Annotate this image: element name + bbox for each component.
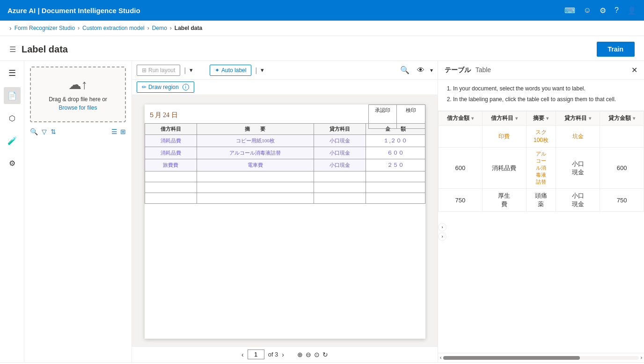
- doc-viewer: ⊞ Run layout | ▾ ✦ Auto label | ▾ 🔍 👁 ▾: [132, 61, 438, 362]
- cell-empty: [145, 171, 197, 182]
- cell-cs-3[interactable]: 小口現金: [556, 189, 600, 212]
- cell-amount-1[interactable]: １,２００: [366, 135, 425, 147]
- cell-desc-3[interactable]: 電車費: [197, 159, 314, 171]
- page-number-input[interactable]: [248, 349, 264, 359]
- label-table-row-1: 印費 スク100枚 坑金: [439, 126, 644, 148]
- draw-region-button[interactable]: ✏ Draw region i: [137, 82, 194, 93]
- auto-label-button[interactable]: ✦ Auto label: [210, 65, 251, 76]
- dropdown-arrow-2[interactable]: ▾: [261, 67, 264, 74]
- expand-nav-icon[interactable]: ›: [9, 24, 12, 32]
- cell-debit-1[interactable]: 消耗品費: [145, 135, 197, 147]
- cell-desc-2[interactable]: アルコール消毒液詰替: [197, 147, 314, 159]
- cell-amount-3[interactable]: ２５０: [366, 159, 425, 171]
- sidebar-item-settings[interactable]: ⚙: [4, 155, 21, 171]
- eye-dropdown-arrow[interactable]: ▾: [430, 67, 433, 74]
- cell-cs-1[interactable]: 坑金: [556, 126, 600, 148]
- eye-icon[interactable]: 👁: [415, 64, 426, 76]
- panel-close-button[interactable]: ✕: [631, 66, 637, 74]
- cell-desc-1[interactable]: コピー用紙100枚: [197, 135, 314, 147]
- cell-da-1[interactable]: [439, 126, 483, 148]
- search-doc-icon[interactable]: 🔍: [398, 64, 411, 76]
- cell-credit-3[interactable]: 小口現金: [314, 159, 366, 171]
- table-row-empty-3: [145, 193, 425, 204]
- sort-icon-4[interactable]: ▾: [589, 116, 591, 121]
- next-page-button[interactable]: ›: [282, 351, 284, 358]
- cell-ca-3[interactable]: 750: [600, 189, 644, 212]
- cell-da-3[interactable]: 750: [439, 189, 483, 212]
- browse-files-link[interactable]: Browse for files: [59, 104, 97, 111]
- sidebar-item-lab[interactable]: 🧪: [4, 132, 21, 149]
- bottom-bar: Privacy & Cookies © Microsoft 2022: [0, 362, 644, 364]
- th-debit-amount: 借方金額 ▾: [439, 111, 483, 126]
- breadcrumb-demo[interactable]: Demo: [152, 25, 167, 31]
- prev-page-button[interactable]: ‹: [242, 351, 244, 358]
- cell-debit-3[interactable]: 旅費費: [145, 159, 197, 171]
- sidebar-item-menu[interactable]: ☰: [4, 65, 21, 82]
- cell-empty: [145, 182, 197, 193]
- sort-icon[interactable]: ⇅: [51, 128, 56, 135]
- sidebar-item-document[interactable]: 📄: [4, 87, 21, 104]
- h-scrollbar-track[interactable]: [443, 356, 638, 360]
- draw-region-info-icon[interactable]: i: [183, 84, 189, 90]
- drop-zone[interactable]: ☁↑ Drag & drop file here or Browse for f…: [30, 67, 126, 122]
- cell-ca-1[interactable]: [600, 126, 644, 148]
- cell-sum-2[interactable]: アルコール消毒液詰替: [526, 148, 556, 189]
- expand-row-btn-2[interactable]: ›: [438, 232, 446, 241]
- h-scrollbar-thumb[interactable]: [443, 356, 580, 360]
- hamburger-icon[interactable]: ☰: [9, 45, 16, 54]
- stamp-approval: 承認印: [369, 105, 397, 128]
- cell-ds-2[interactable]: 消耗品費: [482, 148, 526, 189]
- panel-instructions: In your document, select the words you w…: [438, 80, 644, 111]
- cell-cs-2[interactable]: 小口現金: [556, 148, 600, 189]
- zoom-out-button[interactable]: ⊖: [306, 351, 311, 358]
- breadcrumb-sep-2: ›: [147, 25, 149, 31]
- breadcrumb: › Form Recognizer Studio › Custom extrac…: [0, 21, 644, 36]
- help-icon[interactable]: ?: [615, 6, 619, 15]
- cell-empty: [314, 182, 366, 193]
- cell-empty: [145, 193, 197, 204]
- breadcrumb-custom-model[interactable]: Custom extraction model: [82, 25, 145, 31]
- label-table-row-3: 750 厚生費 頭痛薬 小口現金 750: [439, 189, 644, 212]
- cell-amount-2[interactable]: ６００: [366, 147, 425, 159]
- cell-sum-1[interactable]: スク100枚: [526, 126, 556, 148]
- train-button[interactable]: Train: [597, 42, 635, 57]
- sort-icon-3[interactable]: ▾: [546, 116, 549, 121]
- cell-credit-1[interactable]: 小口現金: [314, 135, 366, 147]
- cell-da-2[interactable]: 600: [439, 148, 483, 189]
- cell-ds-3[interactable]: 厚生費: [482, 189, 526, 212]
- sort-icon-1[interactable]: ▾: [471, 116, 474, 121]
- grid-view-icon[interactable]: ⊞: [120, 128, 126, 135]
- breadcrumb-form-recognizer[interactable]: Form Recognizer Studio: [15, 25, 75, 31]
- keyboard-icon[interactable]: ⌨: [564, 6, 575, 15]
- col-debit-subject: 借方科目: [145, 124, 197, 135]
- sort-icon-2[interactable]: ▾: [515, 116, 518, 121]
- cell-ds-1[interactable]: 印費: [482, 126, 526, 148]
- list-view-icon[interactable]: ☰: [111, 128, 117, 135]
- dropdown-arrow-1[interactable]: ▾: [190, 67, 193, 74]
- col-description: 摘 要: [197, 124, 314, 135]
- scroll-right-button[interactable]: ›: [641, 355, 642, 360]
- breadcrumb-current: Label data: [175, 25, 202, 31]
- user-icon[interactable]: 👤: [627, 6, 637, 15]
- rotate-button[interactable]: ↻: [322, 351, 328, 358]
- run-layout-button[interactable]: ⊞ Run layout: [137, 65, 180, 76]
- zoom-in-button[interactable]: ⊕: [297, 351, 303, 358]
- sidebar-item-shapes[interactable]: ⬡: [4, 110, 21, 126]
- page-total: of 3: [268, 351, 278, 358]
- cell-credit-2[interactable]: 小口現金: [314, 147, 366, 159]
- cell-ca-2[interactable]: 600: [600, 148, 644, 189]
- scroll-left-button[interactable]: ‹: [440, 355, 441, 360]
- fit-page-button[interactable]: ⊙: [314, 351, 320, 358]
- panel-title: テーブル Table: [445, 66, 491, 74]
- doc-toolbar: ⊞ Run layout | ▾ ✦ Auto label | ▾ 🔍 👁 ▾: [132, 61, 438, 80]
- filter-icon[interactable]: ▽: [42, 128, 47, 135]
- page-title: Label data: [22, 44, 68, 55]
- cell-sum-3[interactable]: 頭痛薬: [526, 189, 556, 212]
- settings-icon[interactable]: ⚙: [600, 6, 606, 15]
- zoom-controls: ⊕ ⊖ ⊙ ↻: [297, 351, 328, 358]
- emoji-icon[interactable]: ☺: [584, 6, 591, 15]
- cell-debit-2[interactable]: 消耗品費: [145, 147, 197, 159]
- sort-icon-5[interactable]: ▾: [633, 116, 635, 121]
- search-file-icon[interactable]: 🔍: [30, 128, 38, 135]
- expand-row-btn-1[interactable]: ›: [438, 223, 446, 231]
